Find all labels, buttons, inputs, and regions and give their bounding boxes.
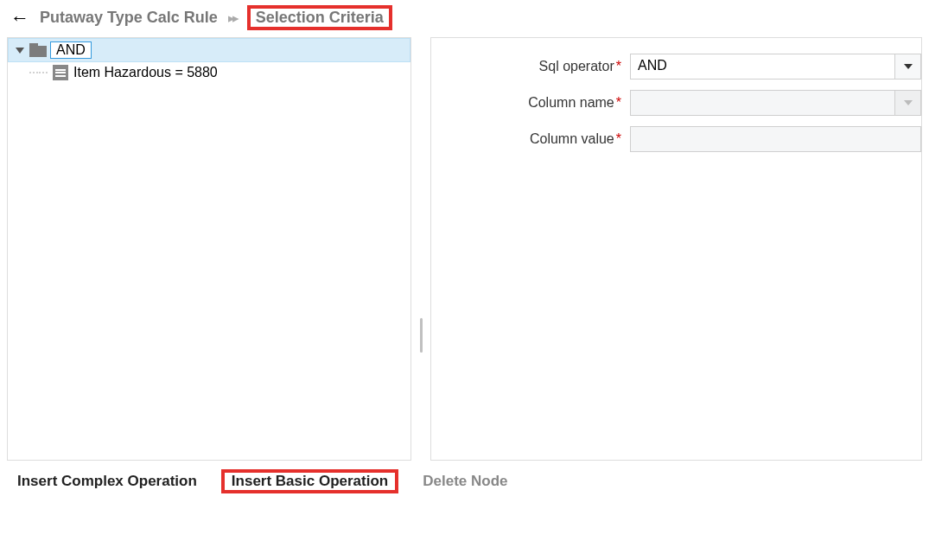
- column-value-input[interactable]: [630, 126, 921, 152]
- criteria-form-panel: Sql operator* AND Column name*: [430, 37, 922, 461]
- column-name-dropdown-button[interactable]: [894, 91, 920, 115]
- splitter-handle[interactable]: [418, 37, 423, 461]
- breadcrumb-current-highlight: Selection Criteria: [247, 5, 392, 30]
- sql-operator-row: Sql operator* AND: [431, 54, 921, 80]
- delete-node-button: Delete Node: [416, 468, 514, 495]
- tree-child-label: Item Hazardous = 5880: [73, 65, 218, 80]
- tree-connector-icon: ⋯⋯: [29, 67, 48, 79]
- column-name-value: [631, 91, 894, 115]
- tree-root-node[interactable]: AND: [8, 38, 410, 62]
- folder-icon: [29, 43, 47, 57]
- breadcrumb-bar: ← Putaway Type Calc Rule ▸▸ Selection Cr…: [0, 0, 929, 37]
- criteria-tree-panel: AND ⋯⋯ Item Hazardous = 5880: [7, 37, 411, 461]
- column-value-row: Column value*: [431, 126, 921, 152]
- tree-root-label: AND: [50, 41, 92, 59]
- breadcrumb-separator-icon: ▸▸: [228, 10, 237, 26]
- chevron-down-icon: [904, 100, 913, 105]
- sql-operator-dropdown-button[interactable]: [894, 54, 920, 79]
- sql-operator-select[interactable]: AND: [630, 54, 921, 80]
- column-name-label: Column name*: [431, 95, 630, 111]
- column-name-row: Column name*: [431, 90, 921, 116]
- sql-operator-value: AND: [631, 54, 894, 79]
- tree-collapse-icon[interactable]: [16, 48, 24, 54]
- action-bar: Insert Complex Operation Insert Basic Op…: [0, 461, 929, 502]
- sql-operator-label: Sql operator*: [431, 59, 630, 74]
- document-icon: [53, 65, 68, 80]
- column-value-label: Column value*: [431, 131, 630, 147]
- breadcrumb-parent[interactable]: Putaway Type Calc Rule: [40, 9, 218, 27]
- content-area: AND ⋯⋯ Item Hazardous = 5880 Sql operato…: [0, 37, 929, 461]
- chevron-down-icon: [904, 64, 913, 69]
- insert-basic-highlight: Insert Basic Operation: [221, 469, 398, 493]
- back-arrow-icon[interactable]: ←: [10, 9, 29, 28]
- column-name-select[interactable]: [630, 90, 921, 116]
- insert-basic-operation-button[interactable]: Insert Basic Operation: [225, 468, 395, 494]
- tree-child-node[interactable]: ⋯⋯ Item Hazardous = 5880: [8, 62, 410, 83]
- breadcrumb-current: Selection Criteria: [251, 6, 389, 29]
- insert-complex-operation-button[interactable]: Insert Complex Operation: [10, 468, 204, 495]
